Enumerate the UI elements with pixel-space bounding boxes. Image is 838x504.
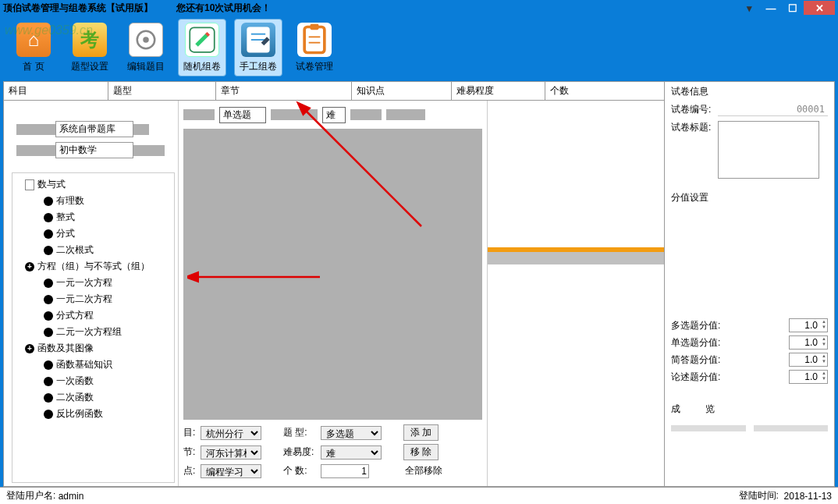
minimize-button[interactable]: — — [760, 1, 782, 15]
score-label: 简答题分值: — [671, 353, 789, 367]
tree-node[interactable]: 分式方程 — [44, 309, 172, 322]
bank-select[interactable]: 系统自带题库 — [55, 121, 133, 137]
title-label: 试卷标题: — [671, 121, 718, 134]
subject-dd[interactable]: 杭州分行 — [201, 426, 261, 440]
tree-label: 反比例函数 — [56, 407, 103, 421]
tree-node[interactable]: 整式 — [44, 211, 172, 224]
tree-label: 二次函数 — [56, 391, 94, 404]
col-count[interactable]: 个数 — [545, 82, 664, 100]
tree-node[interactable]: 数与式 — [25, 178, 172, 191]
col-chapter[interactable]: 章节 — [216, 82, 352, 100]
titlebar: 顶伯试卷管理与组卷系统【试用版】 您还有10次试用机会！ ▾ — ☐ ✕ — [0, 0, 838, 16]
dropdown-button[interactable]: ▾ — [738, 1, 760, 15]
bullet-icon — [44, 229, 53, 239]
doc-icon — [25, 179, 34, 190]
tree-label: 一元一次方程 — [56, 276, 112, 289]
close-button[interactable]: ✕ — [804, 1, 835, 15]
bullet-icon — [44, 393, 53, 403]
bullet-icon — [44, 311, 53, 321]
left-panel: 科目 题型 章节 知识点 难易程度 个数 系统自带题库 初中数学 — [4, 82, 664, 486]
count-input[interactable] — [321, 464, 369, 478]
tree-label: 分式 — [56, 227, 75, 240]
info-panel: 试卷信息 试卷编号: 00001 试卷标题: 分值设置 多选题分值:1.0单选题… — [664, 82, 834, 486]
col-qtype[interactable]: 题型 — [108, 82, 216, 100]
subject-select[interactable]: 初中数学 — [55, 142, 133, 158]
tree-label: 函数及其图像 — [37, 342, 94, 355]
form-label: 点: — [183, 464, 197, 477]
tree-node[interactable]: 一元一次方程 — [44, 276, 172, 289]
login-time: 2018-11-13 — [784, 491, 832, 502]
score-spinner[interactable]: 1.0 — [789, 318, 828, 332]
kpoint-dd[interactable]: 编程学习 — [201, 464, 261, 478]
preview-strip — [488, 252, 664, 264]
col-kpoint[interactable]: 知识点 — [352, 82, 452, 100]
tree-label: 数与式 — [37, 178, 66, 191]
edit-tool[interactable]: 编辑题目 — [122, 19, 170, 76]
form-label: 节: — [183, 445, 197, 459]
tree-node[interactable]: 有理数 — [44, 194, 172, 208]
form-area: 目: 杭州分行 题 型: 多选题 添 加 节: 河东计算机考 难易度: 难 — [179, 420, 487, 486]
question-list-area[interactable] — [183, 129, 482, 420]
user-name: admin — [59, 491, 84, 502]
toolbar: ⌂ 首 页 考 题型设置 编辑题目 随机组卷 手工组卷 试卷管理 — [0, 16, 838, 80]
score-spinner[interactable]: 1.0 — [789, 335, 828, 350]
add-button[interactable]: 添 加 — [403, 424, 439, 441]
qtype-dd[interactable]: 多选题 — [321, 426, 382, 440]
form-label: 个 数: — [283, 464, 318, 477]
chapter-tree[interactable]: 数与式有理数整式分式二次根式+方程（组）与不等式（组）一元一次方程一元二次方程分… — [12, 172, 175, 483]
home-icon: ⌂ — [16, 23, 51, 57]
bullet-icon — [44, 197, 53, 206]
action-button[interactable] — [671, 425, 746, 431]
paper-title-input[interactable] — [718, 121, 819, 179]
score-spinner[interactable]: 1.0 — [789, 370, 828, 384]
diff-dd[interactable]: 难 — [321, 445, 382, 460]
tree-node[interactable]: +方程（组）与不等式（组） — [25, 260, 172, 273]
home-tool[interactable]: ⌂ 首 页 — [9, 19, 58, 76]
bullet-icon — [44, 377, 53, 386]
bullet-icon — [44, 246, 53, 255]
info-title: 试卷信息 — [671, 85, 828, 98]
tree-node[interactable]: 一元二次方程 — [44, 293, 172, 306]
qtype-input[interactable]: 单选题 — [219, 107, 266, 123]
bullet-icon — [44, 328, 53, 337]
tree-label: 函数基础知识 — [56, 358, 112, 371]
tool-label: 编辑题目 — [127, 60, 165, 73]
chapter-dd[interactable]: 河东计算机考 — [201, 445, 261, 460]
manage-tool[interactable]: 试卷管理 — [290, 19, 339, 76]
tree-node[interactable]: 二元一次方程组 — [44, 325, 172, 339]
random-tool[interactable]: 随机组卷 — [178, 19, 226, 76]
action-button[interactable] — [754, 425, 829, 431]
gen-label: 成 — [671, 403, 680, 416]
tree-label: 一次函数 — [56, 374, 94, 388]
diff-input[interactable]: 难 — [322, 107, 346, 123]
tree-node[interactable]: 二次根式 — [44, 243, 172, 257]
preview-column — [488, 101, 664, 486]
gear-icon — [129, 23, 163, 57]
manual-tool[interactable]: 手工组卷 — [234, 19, 282, 76]
form-label: 题 型: — [283, 426, 318, 439]
notepad-icon — [241, 23, 275, 57]
qtype-tool[interactable]: 考 题型设置 — [66, 19, 114, 76]
tree-node[interactable]: 分式 — [44, 227, 172, 240]
col-difficulty[interactable]: 难易程度 — [452, 82, 545, 100]
score-label: 单选题分值: — [671, 336, 789, 350]
tree-label: 方程（组）与不等式（组） — [37, 260, 150, 273]
expand-icon: + — [25, 344, 34, 353]
score-title: 分值设置 — [671, 191, 828, 204]
tool-label: 首 页 — [23, 60, 44, 73]
maximize-button[interactable]: ☐ — [782, 1, 804, 15]
tree-label: 一元二次方程 — [56, 293, 112, 306]
trial-message: 您还有10次试用机会！ — [176, 2, 271, 15]
col-subject[interactable]: 科目 — [4, 82, 108, 100]
tree-node[interactable]: +函数及其图像 — [25, 342, 172, 355]
score-spinner[interactable]: 1.0 — [789, 353, 828, 367]
tree-node[interactable]: 一次函数 — [44, 374, 172, 388]
tree-node[interactable]: 二次函数 — [44, 391, 172, 404]
tree-node[interactable]: 反比例函数 — [44, 407, 172, 421]
form-label: 目: — [183, 426, 197, 439]
tree-node[interactable]: 函数基础知识 — [44, 358, 172, 371]
bottom-actions: 成 览 — [671, 403, 828, 416]
bullet-icon — [44, 213, 53, 222]
remove-all-button[interactable]: 全部移除 — [399, 463, 449, 478]
remove-button[interactable]: 移 除 — [403, 444, 439, 460]
